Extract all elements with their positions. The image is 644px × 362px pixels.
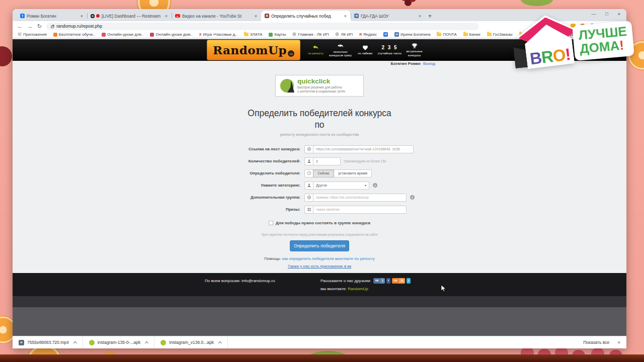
help-link[interactable]: как определить победителя вконтакте по р… bbox=[282, 256, 375, 261]
download-item[interactable]: 7555e89083.720.mp4 bbox=[13, 336, 83, 348]
bookmark-item[interactable]: 23 bbox=[383, 32, 388, 37]
download-expand-icon[interactable] bbox=[73, 341, 77, 345]
browser-tab[interactable]: ▸Видео на канале - YouTube St× bbox=[172, 11, 261, 21]
user-name: Богатин Роман bbox=[391, 61, 421, 66]
reply-icon bbox=[312, 44, 319, 51]
letter-icon: X bbox=[199, 33, 202, 36]
download-expand-icon[interactable] bbox=[218, 341, 222, 345]
bookmark-item[interactable]: ЛК ИП bbox=[335, 32, 353, 37]
bookmark-item[interactable]: Онлайн-уроки дом.. bbox=[150, 32, 192, 37]
form-label: Определить победителя: bbox=[216, 171, 300, 175]
browser-tab[interactable]: vkГДА-ГДА ШОУ× bbox=[351, 11, 425, 21]
nav-item-label: по лайкам bbox=[358, 52, 372, 56]
forward-icon[interactable]: → bbox=[27, 24, 33, 29]
bro-logo-overlay: B R O ! ЛУЧШЕ ДОМА! bbox=[514, 9, 635, 69]
form-input-5[interactable] bbox=[313, 206, 407, 214]
heart-icon bbox=[362, 45, 368, 51]
video-file-icon bbox=[19, 340, 24, 345]
download-filename: instagram-135-0-...apk bbox=[98, 340, 141, 345]
tab-close-icon[interactable]: × bbox=[254, 14, 258, 19]
form-input-0[interactable] bbox=[313, 145, 414, 153]
download-filename: Instagram_v136.0...apk bbox=[169, 340, 214, 345]
bookmark-item[interactable]: XИгра «Часовые д.. bbox=[199, 32, 237, 37]
category-select[interactable]: Другое▾ bbox=[313, 182, 369, 190]
share-twitter-icon: t bbox=[407, 278, 411, 284]
bookmark-label: Карты bbox=[274, 32, 286, 37]
tab-close-icon[interactable]: × bbox=[344, 14, 347, 19]
reload-icon[interactable]: ↻ bbox=[37, 24, 42, 29]
nav-item-numbers[interactable]: 2 3 5случайное число bbox=[377, 39, 402, 61]
nav-item-reply2[interactable]: несколько конкурсов сразу bbox=[328, 39, 353, 61]
form-label: Ссылка на пост конкурса: bbox=[216, 147, 300, 151]
info-icon[interactable]: i bbox=[373, 183, 377, 188]
tab-title: Видео на канале - YouTube St bbox=[182, 14, 252, 19]
download-expand-icon[interactable] bbox=[145, 341, 148, 345]
nav-item-trophy[interactable]: актуальные конкурсы bbox=[402, 39, 427, 61]
folder-icon bbox=[244, 33, 249, 36]
nav-item-heart[interactable]: по лайкам bbox=[353, 39, 377, 61]
bookmark-item[interactable]: Онлайн-уроки для.. bbox=[102, 32, 143, 37]
randomup-logo[interactable]: RandomUp ru bbox=[207, 40, 300, 60]
share-count: 1 bbox=[380, 278, 385, 284]
set-time-button[interactable]: установить время bbox=[334, 169, 372, 177]
footer-vk-link[interactable]: RandomUp bbox=[348, 287, 368, 291]
logout-link[interactable]: Выход bbox=[423, 61, 435, 66]
android-file-icon bbox=[160, 340, 166, 345]
vk-app-link[interactable]: Также у нас есть приложение в вк bbox=[13, 264, 626, 268]
form-input-4[interactable] bbox=[313, 194, 407, 202]
time-now-button[interactable]: Сейчас bbox=[313, 169, 334, 177]
bookmark-item[interactable]: ГосЗаказы bbox=[487, 32, 513, 37]
form-input-1[interactable] bbox=[313, 157, 341, 165]
new-tab-button[interactable]: + bbox=[428, 13, 432, 20]
form-group: i bbox=[304, 194, 423, 202]
bookmark-item[interactable]: Приложения bbox=[18, 32, 47, 37]
nav-item-reply[interactable]: по репосту bbox=[303, 39, 328, 61]
share-vk-button[interactable]: VK1 bbox=[373, 278, 385, 284]
download-item[interactable]: instagram-135-0-...apk bbox=[83, 336, 155, 348]
folder-icon bbox=[437, 33, 441, 36]
grid-icon bbox=[304, 206, 313, 214]
bookmark-item[interactable]: ЗЛАТА bbox=[244, 32, 263, 37]
browser-tab[interactable]: [LIVE] Dashboard — Restream× bbox=[87, 11, 172, 21]
browser-tab[interactable]: RОпределить случайных побед× bbox=[261, 11, 351, 21]
determine-winner-button[interactable]: Определить победителя bbox=[290, 240, 349, 251]
tab-close-icon[interactable]: × bbox=[418, 14, 422, 19]
person-icon bbox=[304, 157, 313, 165]
bookmark-label: ПОЧТА bbox=[443, 32, 456, 37]
tab-title: Роман Богатин bbox=[27, 14, 78, 19]
nav-item-label: по репосту bbox=[308, 52, 323, 56]
bookmark-item[interactable]: ПОЧТА bbox=[437, 32, 456, 37]
bookmark-item[interactable]: ЯЯндекс bbox=[359, 32, 377, 37]
form-label: Укажите категорию: bbox=[216, 183, 300, 188]
address-bar[interactable]: randomup.ru/repost.php bbox=[46, 23, 479, 30]
download-item[interactable]: Instagram_v136.0...apk bbox=[154, 336, 228, 348]
randomup-favicon-icon: R bbox=[265, 14, 269, 18]
bookmark-item[interactable]: Карты bbox=[269, 32, 286, 37]
tab-close-icon[interactable]: × bbox=[165, 14, 168, 19]
nav-item-label: случайное число bbox=[378, 52, 401, 56]
downloads-close-icon[interactable]: × bbox=[617, 340, 620, 345]
bookmark-item[interactable]: Главная - ЛК ИП bbox=[292, 32, 329, 37]
browser-tab[interactable]: fРоман Богатин× bbox=[17, 11, 87, 21]
membership-checkbox[interactable] bbox=[269, 221, 273, 225]
fairness-note: *Для гарантии честности перед участникам… bbox=[13, 233, 626, 236]
share-facebook-button[interactable]: f bbox=[386, 278, 390, 284]
info-icon[interactable]: i bbox=[410, 195, 415, 200]
bookmark-item[interactable]: Бесплатное обуче.. bbox=[53, 32, 95, 37]
bookmark-item[interactable]: Банки bbox=[463, 32, 480, 37]
bookmark-item[interactable]: vkИрина Богатина bbox=[394, 32, 430, 37]
back-icon[interactable]: ← bbox=[17, 24, 23, 29]
share-odnoklassniki-button[interactable]: OK11 bbox=[392, 278, 405, 284]
quickclick-banner[interactable]: quickclick Быстрое решение для работы с … bbox=[275, 75, 364, 97]
share-twitter-button[interactable]: t bbox=[407, 278, 411, 284]
show-all-downloads[interactable]: Показать все bbox=[583, 340, 609, 345]
tab-title: [LIVE] Dashboard — Restream bbox=[102, 14, 163, 19]
form-row: Количество победителей:*рекомендуем не б… bbox=[13, 157, 626, 165]
tab-close-icon[interactable]: × bbox=[80, 14, 84, 19]
page-viewport: RandomUp ru по репостунесколько конкурсо… bbox=[13, 38, 626, 336]
form-row: Ссылка на пост конкурса: bbox=[13, 145, 626, 153]
form-row: Укажите категорию:Другое▾i bbox=[13, 182, 626, 190]
mouse-cursor bbox=[441, 285, 446, 292]
form-label: Дополнительная группа: bbox=[216, 195, 300, 200]
bookmark-label: Онлайн-уроки дом.. bbox=[155, 32, 192, 37]
